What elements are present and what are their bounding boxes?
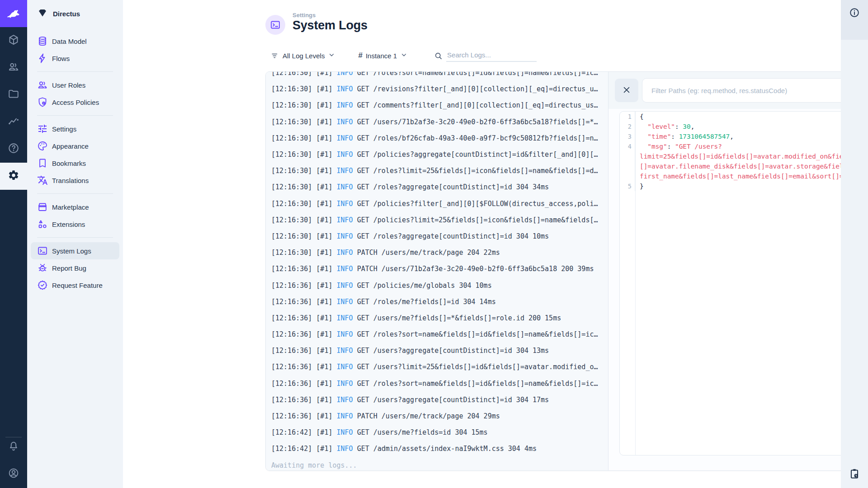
project-header[interactable]: Directus (27, 0, 123, 27)
sidebar-divider (37, 115, 113, 116)
log-message: GET /roles?aggregate[countDistinct]=id 3… (353, 183, 549, 191)
log-row[interactable]: [12:16:30] [#1] INFO GET /policies?filte… (271, 196, 608, 212)
module-notifications[interactable] (0, 434, 27, 461)
line-number (620, 171, 635, 181)
log-level: INFO (337, 412, 353, 420)
log-message: GET /users?aggregate[countDistinct]=id 3… (353, 396, 549, 404)
log-timestamp: [12:16:36] [#1] (271, 298, 337, 306)
right-strip-header (841, 0, 868, 40)
module-settings[interactable] (0, 163, 27, 190)
line-number: 1 (620, 112, 635, 122)
log-row[interactable]: [12:16:36] [#1] INFO GET /roles?sort=nam… (271, 326, 608, 343)
log-level-value: All Log Levels (283, 52, 325, 60)
verified-icon (37, 280, 48, 291)
sidebar-item-data-model[interactable]: Data Model (31, 33, 119, 50)
sidebar-item-user-roles[interactable]: User Roles (31, 76, 119, 94)
module-account[interactable] (0, 460, 27, 488)
sidebar-item-system-logs[interactable]: System Logs (31, 242, 119, 259)
module-users[interactable] (0, 54, 27, 81)
log-row[interactable]: [12:16:30] [#1] INFO GET /comments?filte… (271, 97, 608, 113)
log-row[interactable]: [12:16:30] [#1] INFO GET /roles/bf26cfab… (271, 130, 608, 146)
log-row[interactable]: [12:16:30] [#1] INFO PATCH /users/me/tra… (271, 244, 608, 261)
sidebar-item-translations[interactable]: Translations (31, 172, 119, 189)
log-level: INFO (337, 363, 353, 371)
log-message: GET /roles?sort=name&fields[]=id&fields[… (353, 72, 598, 77)
module-files[interactable] (0, 81, 27, 108)
log-row[interactable]: [12:16:30] [#1] INFO GET /policies?aggre… (271, 146, 608, 163)
sidebar-item-flows[interactable]: Flows (31, 50, 119, 67)
folder-icon (8, 88, 19, 102)
code-text: limit=25&fields[]=id&fields[]=avatar.mod… (635, 151, 868, 161)
sidebar-divider (37, 193, 113, 194)
info-sidebar-button[interactable] (841, 0, 868, 27)
log-row[interactable]: [12:16:36] [#1] INFO GET /roles?sort=nam… (271, 375, 608, 392)
log-row[interactable]: [12:16:36] [#1] INFO GET /users?aggregat… (271, 343, 608, 359)
sidebar-item-access-policies[interactable]: Access Policies (31, 94, 119, 111)
log-row[interactable]: [12:16:36] [#1] INFO GET /users/me?field… (271, 310, 608, 326)
log-message: GET /policies?limit=25&fields[]=icon&fie… (353, 216, 598, 224)
sidebar-item-extensions[interactable]: Extensions (31, 216, 119, 233)
log-row[interactable]: [12:16:30] [#1] INFO GET /roles?aggregat… (271, 228, 608, 244)
log-timestamp: [12:16:36] [#1] (271, 396, 337, 404)
log-row[interactable]: [12:16:30] [#1] INFO GET /users/71b2af3e… (271, 114, 608, 130)
sidebar-item-marketplace[interactable]: Marketplace (31, 198, 119, 216)
log-row[interactable]: [12:16:30] [#1] INFO GET /revisions?filt… (271, 81, 608, 97)
line-number (620, 161, 635, 171)
log-row[interactable]: [12:16:30] [#1] INFO GET /roles?limit=25… (271, 163, 608, 179)
activity-clipboard-button[interactable] (841, 461, 868, 488)
log-row[interactable]: [12:16:36] [#1] INFO GET /users?aggregat… (271, 392, 608, 408)
log-level: INFO (337, 249, 353, 257)
log-level: INFO (337, 282, 353, 290)
log-level: INFO (337, 428, 353, 436)
module-insights[interactable] (0, 108, 27, 136)
close-detail-button[interactable] (615, 79, 638, 102)
log-level-dropdown[interactable]: All Log Levels (271, 51, 335, 61)
account-icon (8, 467, 19, 481)
log-row[interactable]: [12:16:30] [#1] INFO GET /roles?aggregat… (271, 179, 608, 195)
log-row[interactable]: [12:16:36] [#1] INFO PATCH /users/71b2af… (271, 261, 608, 277)
log-row[interactable]: [12:16:36] [#1] INFO GET /roles/me?field… (271, 294, 608, 310)
log-row[interactable]: [12:16:36] [#1] INFO GET /policies/me/gl… (271, 277, 608, 293)
module-docs[interactable] (0, 136, 27, 163)
clipboard-clock-icon (849, 468, 860, 481)
sidebar-item-settings[interactable]: Settings (31, 120, 119, 137)
instance-dropdown[interactable]: # Instance 1 (358, 51, 408, 61)
directus-logo[interactable] (0, 0, 27, 27)
sidebar-item-request-feature[interactable]: Request Feature (31, 277, 119, 294)
sidebar-item-report-bug[interactable]: Report Bug (31, 259, 119, 277)
bolt-icon (37, 53, 48, 64)
log-row[interactable]: [12:16:30] [#1] INFO GET /policies?limit… (271, 212, 608, 228)
log-row[interactable]: [12:16:42] [#1] INFO GET /admin/assets/i… (271, 441, 608, 457)
log-row[interactable]: [12:16:36] [#1] INFO PATCH /users/me/tra… (271, 408, 608, 424)
gem-icon (37, 7, 48, 20)
gutter-rail (635, 112, 636, 455)
sidebar-item-label: System Logs (52, 247, 91, 255)
log-level: INFO (337, 85, 353, 93)
sidebar-item-label: Report Bug (52, 264, 86, 272)
sidebar-item-bookmarks[interactable]: Bookmarks (31, 155, 119, 172)
log-level: INFO (337, 183, 353, 191)
insights-icon (8, 115, 19, 129)
log-message: GET /roles?sort=name&fields[]=id&fields[… (353, 380, 598, 388)
log-row[interactable]: [12:16:36] [#1] INFO GET /users?limit=25… (271, 359, 608, 375)
code-text: "level": 30, (635, 122, 696, 131)
palette-icon (37, 141, 48, 151)
log-timestamp: [12:16:30] [#1] (271, 200, 337, 208)
bug-icon (37, 263, 48, 273)
module-content[interactable] (0, 27, 27, 54)
sidebar-item-appearance[interactable]: Appearance (31, 137, 119, 155)
path-filter-input[interactable] (642, 87, 868, 94)
page-title: System Logs (292, 19, 368, 33)
log-timestamp: [12:16:30] [#1] (271, 118, 337, 126)
sidebar-item-label: Settings (52, 125, 76, 133)
log-level: INFO (337, 445, 353, 453)
log-row[interactable]: [12:16:42] [#1] INFO GET /users/me?field… (271, 424, 608, 441)
help-icon (8, 142, 19, 156)
log-level: INFO (337, 347, 353, 355)
log-timestamp: [12:16:30] [#1] (271, 216, 337, 224)
log-message: PATCH /users/me/track/page 204 29ms (353, 412, 500, 420)
search-input[interactable] (446, 50, 537, 62)
log-row[interactable]: [12:16:30] [#1] INFO GET /roles?sort=nam… (271, 72, 608, 81)
code-row: first_name&fields[]=last_name&fields[]=e… (620, 171, 868, 181)
database-icon (37, 36, 48, 47)
